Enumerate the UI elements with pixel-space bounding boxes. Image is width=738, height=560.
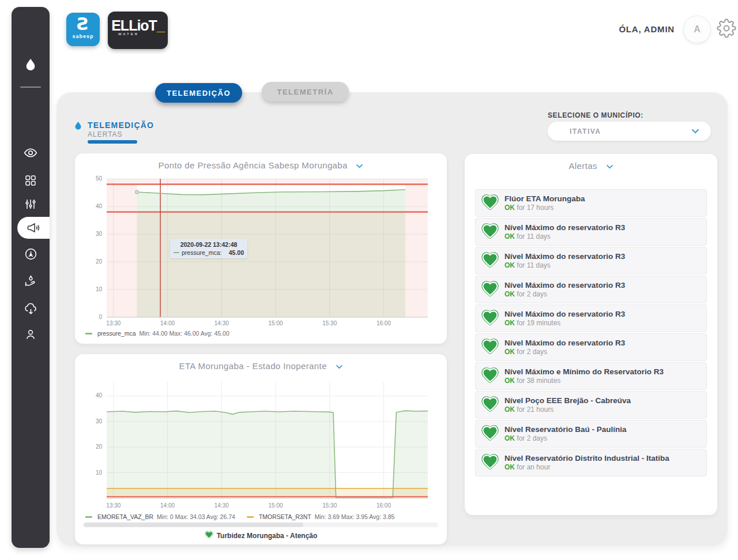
turbidez-note[interactable]: Turbidez Morungaba - Atenção [75, 531, 447, 540]
eta-chart-card: ETA Morungaba - Estado Inoperante 102030… [75, 354, 447, 544]
svg-text:14:00: 14:00 [160, 502, 175, 509]
alert-text: Nível Reservatório Baú - PaulíniaOK for … [504, 425, 627, 443]
chart2-title-row: ETA Morungaba - Estado Inoperante [75, 361, 447, 371]
sidebar-item-parameters[interactable] [12, 193, 50, 216]
alert-status: OK for 2 days [504, 434, 627, 443]
alert-ok-badge: OK [504, 319, 515, 327]
svg-text:10: 10 [96, 286, 103, 292]
water-drop-logo-icon [12, 58, 50, 75]
heart-icon [481, 367, 499, 383]
series-dash-icon [85, 333, 92, 335]
alert-title: Nível Máximo do reservatorio R3 [504, 339, 625, 348]
alert-status: OK for 2 days [504, 290, 625, 299]
svg-text:13:30: 13:30 [106, 502, 121, 509]
alert-item[interactable]: Nível Máximo do reservatorio R3OK for 11… [475, 218, 707, 246]
alert-text: Nível Máximo do reservatorio R3OK for 2 … [504, 339, 625, 356]
avatar-initial: A [694, 24, 701, 35]
svg-text:14:30: 14:30 [214, 502, 229, 509]
svg-text:50: 50 [96, 175, 103, 182]
svg-text:10: 10 [96, 469, 103, 476]
alert-ok-badge: OK [504, 290, 515, 298]
heart-icon [481, 251, 499, 268]
chart1-title: Ponto de Pressão Agência Sabesp Morungab… [159, 160, 348, 170]
eta-chart[interactable]: 1020304013:3014:0014:3015:0015:3016:00 [75, 375, 447, 512]
svg-text:20: 20 [96, 444, 103, 450]
scrollbar-thumb[interactable] [84, 523, 303, 527]
heart-icon [481, 453, 499, 469]
elliot-water-logo[interactable]: ELLioT_ WATER [108, 12, 168, 49]
alert-item[interactable]: Nível Máximo do reservatorio R3OK for 2 … [475, 333, 707, 361]
alert-status: OK for 17 hours [504, 204, 585, 212]
sidebar-item-alerts[interactable] [17, 217, 50, 239]
alert-text: Flúor ETA MorungabaOK for 17 hours [504, 194, 585, 212]
tooltip-series-name: pressure_mca: [182, 249, 221, 256]
heart-icon [481, 424, 499, 441]
tab-telemetria[interactable]: TELEMETRÍA [262, 82, 349, 102]
legend-series-name[interactable]: EMORETA_VAZ_BR [97, 513, 153, 520]
alert-item[interactable]: Nível Reservatório Distrito Industrial -… [475, 449, 707, 476]
series-dash-icon [247, 516, 254, 518]
sidebar-item-gauges[interactable] [12, 242, 50, 265]
alert-status: OK for 11 days [504, 261, 625, 270]
municipality-select[interactable]: ITATIVA [548, 122, 711, 141]
svg-text:15:00: 15:00 [269, 502, 283, 509]
svg-text:14:30: 14:30 [214, 320, 229, 326]
sidebar-item-quality[interactable] [12, 269, 50, 292]
alert-text: Nível Reservatório Distrito Industrial -… [504, 454, 669, 472]
section-underline [88, 140, 137, 144]
alerts-title: Alertas [568, 161, 597, 171]
series-dash-icon [174, 252, 179, 253]
turbidez-text: Turbidez Morungaba - Atenção [217, 532, 318, 540]
svg-text:0: 0 [99, 314, 102, 320]
chart1-title-row: Ponto de Pressão Agência Sabesp Morungab… [75, 160, 447, 170]
legend-series-name[interactable]: pressure_mca [97, 330, 136, 337]
alert-ok-badge: OK [504, 377, 515, 385]
alert-item[interactable]: Nível Máximo do reservatorio R3OK for 11… [475, 247, 707, 275]
svg-text:14:00: 14:00 [160, 320, 175, 326]
hand-droplet-icon [24, 274, 38, 288]
alert-title: Nível Poço EEE Brejão - Cabreúva [504, 396, 631, 405]
cloud-download-icon [24, 302, 38, 316]
pressure-chart[interactable]: 0102030405013:3014:0014:3015:0015:3016:0… [75, 174, 447, 329]
alert-status: OK for 21 hours [504, 405, 631, 414]
alert-text: Nível Máximo do reservatorio R3OK for 11… [504, 223, 625, 241]
legend-series-stats: Min: 44.00 Max: 46.00 Avg: 45.00 [140, 330, 229, 337]
alert-title: Nível Reservatório Distrito Industrial -… [504, 454, 669, 463]
chevron-down-icon[interactable] [356, 164, 363, 168]
alert-text: Nível Máximo e Mínimo do Reservatorio R3… [504, 367, 664, 385]
alert-status: OK for an hour [504, 463, 669, 472]
chevron-down-icon[interactable] [336, 364, 343, 369]
alert-status: OK for 19 minutes [504, 319, 625, 328]
sidebar-item-users[interactable] [12, 323, 50, 346]
heart-icon [481, 338, 499, 354]
alert-item[interactable]: Nível Máximo do reservatorio R3OK for 2 … [475, 276, 707, 303]
alert-item[interactable]: Nível Máximo e Mínimo do Reservatorio R3… [475, 362, 707, 390]
alert-item[interactable]: Flúor ETA MorungabaOK for 17 hours [475, 189, 707, 217]
alert-item[interactable]: Nível Reservatório Baú - PaulíniaOK for … [475, 420, 707, 448]
sidebar-item-overview[interactable] [12, 141, 50, 164]
alert-status: OK for 38 minutes [504, 377, 664, 385]
tab-telemedicao[interactable]: TELEMEDIÇÃO [155, 83, 242, 103]
alert-text: Nível Poço EEE Brejão - CabreúvaOK for 2… [504, 396, 631, 414]
svg-text:16:00: 16:00 [376, 320, 391, 326]
legend-series-name[interactable]: TMORSETA_R3NT [259, 513, 311, 520]
eye-icon [23, 145, 38, 160]
sliders-icon [24, 197, 37, 211]
sidebar-item-downloads[interactable] [12, 297, 50, 320]
avatar[interactable]: A [683, 16, 711, 43]
alert-item[interactable]: Nível Máximo do reservatorio R3OK for 19… [475, 305, 707, 332]
chevron-down-icon[interactable] [606, 164, 613, 169]
settings-gear-icon[interactable] [717, 18, 737, 39]
chart2-legend: EMORETA_VAZ_BRMin: 0 Max: 34.03 Avg: 26.… [85, 513, 402, 520]
alert-title: Nível Máximo do reservatorio R3 [504, 252, 625, 261]
alert-ok-badge: OK [504, 405, 515, 414]
sabesp-logo[interactable]: Ƨ sabesp [66, 13, 100, 46]
section-subtitle: ALERTAS [88, 130, 123, 138]
alert-text: Nível Máximo do reservatorio R3OK for 11… [504, 252, 625, 270]
section-drop-icon [74, 121, 82, 134]
chart1-legend: pressure_mcaMin: 44.00 Max: 46.00 Avg: 4… [85, 330, 238, 337]
alert-item[interactable]: Nível Poço EEE Brejão - CabreúvaOK for 2… [475, 391, 707, 419]
chart2-scrollbar[interactable] [84, 523, 438, 527]
sidebar-item-dashboard[interactable] [12, 169, 50, 192]
svg-text:30: 30 [96, 418, 103, 424]
